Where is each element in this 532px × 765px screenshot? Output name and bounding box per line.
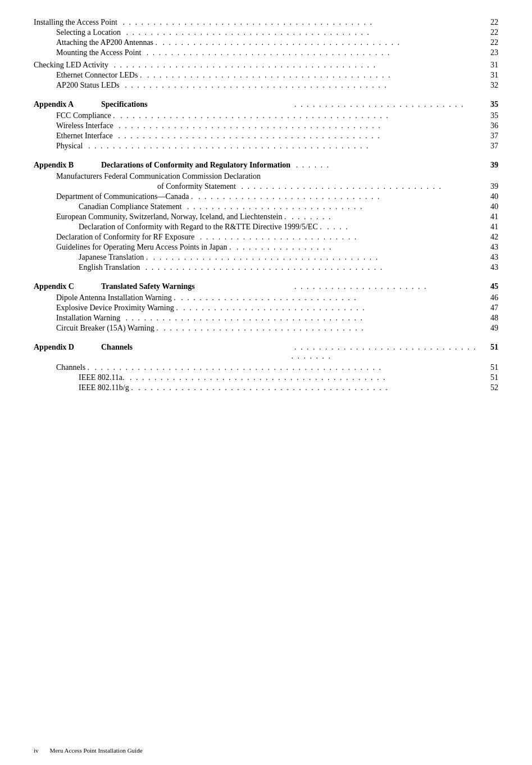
toc-dots: . . . . <box>324 223 479 232</box>
toc-label-dipole: Dipole Antenna Installation Warning . <box>56 293 176 302</box>
toc-page-eth-connector: 31 <box>481 71 498 80</box>
toc-dots: . . . . . . . . . . . . . . . . . . . . … <box>143 48 479 57</box>
toc-dots: . . . . . . . . . . . . . . . . . . . . … <box>135 383 479 392</box>
toc-entry-conformity: of Conformity Statement . . . . . . . . … <box>34 182 498 191</box>
toc-entry-japanese: Japanese Translation . . . . . . . . . .… <box>34 253 498 262</box>
toc-entry-explosive: Explosive Device Proximity Warning . . .… <box>34 304 498 313</box>
toc-page-physical: 37 <box>481 142 498 151</box>
appendix-a-label: Appendix A <box>34 100 101 109</box>
appendix-c-title: Translated Safety Warnings <box>101 282 289 291</box>
toc-label-ap200-status: AP200 Status LEDs <box>56 81 120 90</box>
toc-label-rtte: Declaration of Conformity with Regard to… <box>79 223 322 232</box>
toc-dots: . . . . . . . . . . . . . . . . . . . . … <box>180 304 479 313</box>
toc-dots: . . . . . . . . . . . . . . . . . . . . … <box>122 314 479 323</box>
toc-dots: . . . . . . . . . . . . . . . . . . . . … <box>122 81 479 90</box>
toc-dots: . . . . . . . . . . . . . . . . . . . . … <box>92 363 479 372</box>
appendix-c-label: Appendix C <box>34 282 101 291</box>
toc-entry-dipole: Dipole Antenna Installation Warning . . … <box>34 293 498 302</box>
appendix-b-group: Appendix B Declarations of Conformity an… <box>34 161 498 272</box>
toc-entry-rf-exposure: Declaration of Conformity for RF Exposur… <box>34 233 498 242</box>
appendix-a-page: 35 <box>481 100 498 109</box>
toc-page-installing: 22 <box>481 18 498 27</box>
toc-dots: . . . . . . . <box>289 212 479 221</box>
toc-entry-japan-guidelines: Guidelines for Operating Meru Access Poi… <box>34 243 498 252</box>
toc-label-japanese: Japanese Translation . <box>79 253 148 262</box>
toc-entry-canadian: Canadian Compliance Statement . . . . . … <box>34 202 498 211</box>
toc-entry-rtte: Declaration of Conformity with Regard to… <box>34 223 498 232</box>
appendix-d-group: Appendix D Channels . . . . . . . . . . … <box>34 343 498 392</box>
toc-page-wireless: 36 <box>481 121 498 130</box>
appendix-b-label: Appendix B <box>34 161 101 170</box>
toc-label-conformity: of Conformity Statement <box>157 182 236 191</box>
toc-dots: . . . . . . . . . . . . . . . . . . . . … <box>85 142 479 151</box>
appendix-c-dots: . . . . . . . . . . . . . . . . . . . . … <box>292 282 480 291</box>
toc-page-ieee-11bg: 52 <box>481 383 498 392</box>
toc-page-dipole: 46 <box>481 293 498 302</box>
toc-label-european: European Community, Switzerland, Norway,… <box>56 212 287 221</box>
toc-label-ieee-11bg: IEEE 802.11b/g . <box>79 383 133 392</box>
toc-entry-english: English Translation . . . . . . . . . . … <box>34 263 498 272</box>
toc-entry-european: European Community, Switzerland, Norway,… <box>34 212 498 221</box>
toc-page-checking-led: 31 <box>481 61 498 70</box>
toc-page-japanese: 43 <box>481 253 498 262</box>
toc-label-circuit: Circuit Breaker (15A) Warning . <box>56 324 158 333</box>
footer-page-number: iv <box>34 747 39 754</box>
appendix-a-title: Specifications <box>101 100 289 109</box>
toc-page-mounting: 23 <box>481 48 498 57</box>
toc-entry-mfg-fed: Manufacturers Federal Communication Comm… <box>34 172 498 181</box>
appendix-a-dots: . . . . . . . . . . . . . . . . . . . . … <box>292 100 480 109</box>
appendix-c-row: Appendix C Translated Safety Warnings . … <box>34 282 498 291</box>
appendix-c-group: Appendix C Translated Safety Warnings . … <box>34 282 498 333</box>
toc-dots: . . . . . . . . . . . . . . . . . . . . … <box>195 192 479 201</box>
toc-entry-wireless: Wireless Interface . . . . . . . . . . .… <box>34 121 498 130</box>
toc-page-rf-exposure: 42 <box>481 233 498 242</box>
toc-dots: . . . . . . . . . . . . . . . . . . . . … <box>142 263 479 272</box>
toc-dots: . . . . . . . . . . . . . . . . . . . . … <box>116 121 479 130</box>
toc-entry-installation-warn: Installation Warning . . . . . . . . . .… <box>34 314 498 323</box>
toc-page-explosive: 47 <box>481 304 498 313</box>
toc-label-english: English Translation <box>79 263 140 272</box>
toc-dots: . . . . . . . . . . . . . . . . . . . . … <box>117 111 479 120</box>
appendix-d-title-row: Channels . . . . . . . . . . . . . . . .… <box>101 343 498 361</box>
toc-entry-ieee-11a: IEEE 802.11a. . . . . . . . . . . . . . … <box>34 373 498 382</box>
toc-entry-installing: Installing the Access Point . . . . . . … <box>34 18 498 27</box>
toc-page-ieee-11a: 51 <box>481 373 498 382</box>
appendix-d-label: Appendix D <box>34 343 101 352</box>
toc-label-channels: Channels . <box>56 363 89 372</box>
toc-dots: . . . . . . . . . . . . . . . . . . . . … <box>178 293 479 302</box>
toc-dots: . . . . . . . . . . . . . . . . . . . . … <box>197 233 479 242</box>
toc-dots: . . . . . . . . . . . . . . . . <box>233 243 479 252</box>
appendix-c-page: 45 <box>481 282 498 291</box>
toc-entry-eth-connector: Ethernet Connector LEDs . . . . . . . . … <box>34 71 498 80</box>
toc-label-canadian: Canadian Compliance Statement <box>79 202 182 211</box>
toc-label-wireless: Wireless Interface <box>56 121 113 130</box>
footer-title: Meru Access Point Installation Guide <box>50 747 143 754</box>
toc-label-fcc: FCC Compliance . <box>56 111 115 120</box>
appendix-d-page: 51 <box>481 343 498 352</box>
toc-entry-channels: Channels . . . . . . . . . . . . . . . .… <box>34 363 498 372</box>
toc-page-ap200-status: 32 <box>481 81 498 90</box>
toc-dots: . . . . . . . . . . . . . . . . . . . . … <box>144 71 479 80</box>
toc-dots: . . . . . . . . . . . . . . . . . . . . … <box>160 38 479 47</box>
appendix-b-row: Appendix B Declarations of Conformity an… <box>34 161 498 170</box>
appendix-a-group: Appendix A Specifications . . . . . . . … <box>34 100 498 151</box>
appendix-b-page: 39 <box>481 161 498 170</box>
toc-entry-fcc: FCC Compliance . . . . . . . . . . . . .… <box>34 111 498 120</box>
toc-dots: . . . . . . . . . . . . . . . . . . . . … <box>111 61 479 70</box>
toc-dots: . . . . . . . . . . . . . . . . . . . . … <box>123 28 479 37</box>
toc-label-installation-warn: Installation Warning <box>56 314 120 323</box>
toc-page-canadian: 40 <box>481 202 498 211</box>
toc-label-ieee-11a: IEEE 802.11a. <box>79 373 125 382</box>
toc-label-antennas: Attaching the AP200 Antennas . <box>56 38 157 47</box>
toc-label-japan-guidelines: Guidelines for Operating Meru Access Poi… <box>56 243 231 252</box>
toc-label-installing: Installing the Access Point <box>34 18 117 27</box>
toc-entry-mounting: Mounting the Access Point . . . . . . . … <box>34 48 498 57</box>
toc-label-checking-led: Checking LED Activity <box>34 61 108 70</box>
toc-entry-ieee-11bg: IEEE 802.11b/g . . . . . . . . . . . . .… <box>34 383 498 392</box>
toc-page-conformity: 39 <box>481 182 498 191</box>
toc-page-ethernet-interface: 37 <box>481 132 498 141</box>
toc-page-rtte: 41 <box>481 223 498 232</box>
appendix-d-title: Channels <box>101 343 289 352</box>
toc-label-dept-canada: Department of Communications—Canada . <box>56 192 193 201</box>
toc-label-eth-connector: Ethernet Connector LEDs . <box>56 71 142 80</box>
